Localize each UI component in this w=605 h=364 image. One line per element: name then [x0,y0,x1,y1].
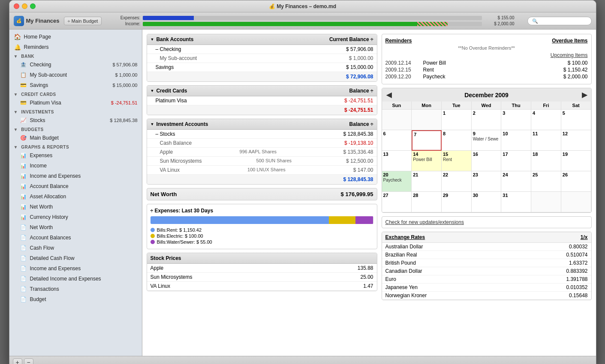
sidebar-item-cashflow-report[interactable]: 📄 Cash Flow [9,243,142,253]
cal-cell-29[interactable]: 29 [442,192,472,212]
cal-cell-11[interactable]: 11 [531,130,561,151]
expenses-bar-track [143,16,482,20]
sidebar-item-networth-graph[interactable]: 📊 Net Worth [9,202,142,212]
cal-cell-24[interactable]: 24 [501,171,531,192]
stock-row-apple[interactable]: Apple 135.88 [147,264,377,273]
cal-cell-8[interactable]: 8 [442,130,472,151]
report-networth-icon: 📄 [20,224,27,231]
calendar-next-button[interactable]: ▶ [582,91,587,99]
minimize-button[interactable] [22,3,27,9]
cal-cell-21[interactable]: 21 [412,171,442,192]
cal-cell-1[interactable]: 1 [442,110,472,130]
bank-triangle[interactable]: ▼ [150,37,154,42]
update-link[interactable]: Check for new updates/extensions [382,216,592,228]
cal-cell-6[interactable]: 6 [382,130,412,151]
invest-triangle[interactable]: ▼ [150,122,154,126]
sidebar-item-income-expenses-graph[interactable]: 📊 Income and Expenses [9,171,142,181]
sidebar-item-asset-alloc-graph[interactable]: 📊 Asset Allocation [9,191,142,202]
sidebar-item-acctbalances-report[interactable]: 📄 Account Balances [9,233,142,243]
bank-accounts-header: ▼ Bank Accounts Current Balance ÷ [147,34,377,45]
invest-row-stocks[interactable]: – Stocks $ 128,845.38 [147,130,377,139]
sidebar-item-detincexp-report[interactable]: 📄 Detailed Income and Expenses [9,274,142,284]
exp-seg-water [355,216,373,224]
sidebar-item-savings[interactable]: 💳 Savings $ 15,000.00 [9,80,142,90]
cal-cell-22[interactable]: 22 [442,171,472,192]
sidebar-item-checking[interactable]: 🏦 Checking $ 57,906.08 [9,60,142,70]
invest-row-sun[interactable]: Sun Microsystems 500 SUN Shares $ 12,500… [147,157,377,166]
net-worth-row: Net Worth $ 176,999.95 [147,188,377,200]
invest-row-apple[interactable]: Apple 996 AAPL Shares $ 135,336.48 [147,148,377,157]
cal-cell-2[interactable]: 2 [472,110,502,130]
sidebar-item-visa[interactable]: 💳 Platinum Visa $ -24,751.51 [9,98,142,108]
sidebar-item-budget-report[interactable]: 📄 Budget [9,294,142,304]
sidebar-item-transactions-report[interactable]: 📄 Transactions [9,284,142,294]
stock-row-sun[interactable]: Sun Microsystems 25.00 [147,273,377,282]
sidebar-item-income-graph[interactable]: 📊 Income [9,161,142,171]
sidebar-item-expenses-graph[interactable]: 📊 Expenses [9,150,142,161]
remove-button[interactable]: − [24,358,33,364]
window-title: 💰 My Finances – demo.md [269,3,336,9]
close-button[interactable] [14,3,19,9]
stock-row-valinux[interactable]: VA Linux 1.47 [147,282,377,291]
sidebar-item-detcashflow-report[interactable]: 📄 Detailed Cash Flow [9,253,142,263]
savings-icon: 💳 [20,81,27,89]
cal-header-mon: Mon [412,101,442,110]
cal-cell-27[interactable]: 27 [382,192,412,212]
cal-cell-7[interactable]: 7 [412,130,442,151]
sidebar-item-currency-graph[interactable]: 📊 Currency History [9,212,142,222]
overdue-label: Overdue Items [552,38,587,44]
cal-cell-16[interactable]: 16 [472,151,502,171]
exp-seg-electric [329,216,355,224]
bank-row-savings[interactable]: Savings $ 15,000.00 [147,63,377,72]
invest-row-valinux[interactable]: VA Linux 100 LNUX Shares $ 147.00 [147,166,377,175]
main-budget-button[interactable]: ÷ Main Budget [64,17,102,25]
sidebar-item-incexp-report[interactable]: 📄 Income and Expenses [9,263,142,274]
cal-cell-25[interactable]: 25 [531,171,561,192]
sidebar-item-subaccount[interactable]: 📋 My Sub-account $ 1,000.00 [9,70,142,80]
app-name: My Finances [26,18,60,24]
sidebar-section-bank: ▼ BANK [9,52,142,60]
sidebar-item-reminders[interactable]: 🔔 Reminders [9,42,142,52]
cal-cell-12[interactable]: 12 [561,130,591,151]
cal-cell-15[interactable]: 15Rent [442,151,472,171]
graph-expenses-icon: 📊 [20,152,27,159]
content-right: Reminders Overdue Items **No Overdue Rem… [382,34,592,300]
home-icon: 🏠 [14,33,21,41]
cal-cell-28[interactable]: 28 [412,192,442,212]
sidebar-item-homepage[interactable]: 🏠 Home Page [9,32,142,42]
cal-cell-9[interactable]: 9Water / Sewe [472,130,502,151]
cal-cell-20[interactable]: 20Paycheck [382,171,412,192]
credit-triangle[interactable]: ▼ [150,89,154,93]
cal-cell-13[interactable]: 13 [382,151,412,171]
sidebar-item-stocks[interactable]: 📈 Stocks $ 128,845.38 [9,115,142,125]
income-bar-fill [143,22,448,26]
search-input[interactable] [527,17,592,25]
cal-cell-26[interactable]: 26 [561,171,591,192]
cal-cell-4[interactable]: 4 [531,110,561,130]
maximize-button[interactable] [30,3,36,9]
cal-cell-10[interactable]: 10 [501,130,531,151]
add-button[interactable]: + [13,358,22,364]
cal-cell-23[interactable]: 23 [472,171,502,192]
titlebar: 💰 My Finances – demo.md [9,0,596,12]
bank-col-header: Current Balance ÷ [329,36,373,42]
calendar-prev-button[interactable]: ◀ [386,91,391,99]
credit-row-visa[interactable]: Platinum Visa $ -24,751.51 [147,96,377,105]
sidebar-item-main-budget[interactable]: 🎯 Main Budget [9,133,142,143]
invest-row-cash[interactable]: Cash Balance $ -19,138.10 [147,139,377,148]
cal-cell-17[interactable]: 17 [501,151,531,171]
bank-row-subaccount[interactable]: My Sub-account $ 1,000.00 [147,54,377,63]
sidebar-item-account-balance-graph[interactable]: 📊 Account Balance [9,181,142,191]
cal-cell-31[interactable]: 31 [501,192,531,212]
sidebar-item-networth-report[interactable]: 📄 Net Worth [9,222,142,233]
cal-cell-5[interactable]: 5 [561,110,591,130]
cal-cell-3[interactable]: 3 [501,110,531,130]
bottom-bar: + − [9,356,596,364]
bank-row-checking[interactable]: – Checking $ 57,906.08 [147,45,377,54]
income-bar-track [143,22,482,26]
graph-acctbal-icon: 📊 [20,182,27,190]
cal-cell-18[interactable]: 18 [531,151,561,171]
cal-cell-19[interactable]: 19 [561,151,591,171]
cal-cell-30[interactable]: 30 [472,192,502,212]
cal-cell-14[interactable]: 14Power Bill [412,151,442,171]
